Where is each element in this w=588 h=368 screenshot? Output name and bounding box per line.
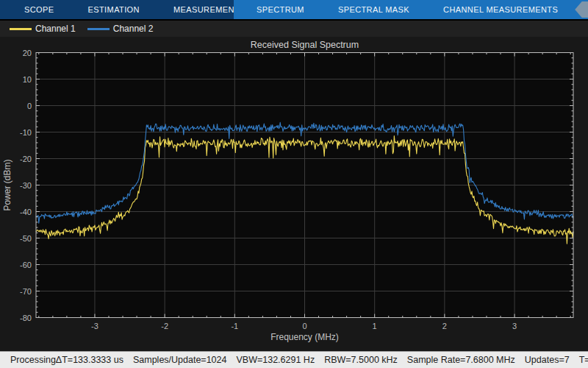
y-tick-label: 10: [23, 75, 32, 84]
status-metric: Sample Rate=7.6800 MHz: [407, 355, 515, 365]
x-tick-label: -3: [91, 322, 98, 330]
y-tick-label: 20: [23, 49, 32, 57]
tab-spectral-mask[interactable]: SPECTRAL MASK: [321, 0, 426, 19]
status-bar: Processing ΔT=133.3333 usSamples/Update=…: [0, 351, 588, 368]
legend: Channel 1Channel 2: [0, 21, 588, 37]
status-metric: Samples/Update=1024: [133, 355, 227, 365]
legend-label: Channel 1: [35, 24, 76, 34]
x-tick-label: -2: [161, 322, 168, 330]
y-tick-label: -60: [20, 261, 32, 269]
tab-scope[interactable]: SCOPE: [7, 0, 71, 19]
y-tick-label: -20: [20, 155, 32, 163]
y-axis-label: Power (dBm): [2, 159, 12, 210]
y-tick-label: -80: [20, 314, 32, 322]
help-button[interactable]: ?: [575, 1, 588, 18]
y-tick-label: -50: [20, 234, 32, 243]
tab-group-highlighted: SPECTRUMSPECTRAL MASKCHANNEL MEASUREMENT…: [234, 0, 588, 19]
x-tick-label: 2: [442, 322, 447, 330]
status-metric: ΔT=133.3333 us: [56, 355, 123, 365]
x-tick-label: 3: [512, 322, 517, 330]
x-tick-label: 0: [302, 322, 306, 330]
tab-spectrum[interactable]: CHANNEL MEASUREMENTS: [426, 0, 575, 19]
legend-label: Channel 2: [113, 24, 154, 34]
y-tick-label: -10: [20, 128, 32, 137]
y-tick-label: -70: [20, 287, 32, 296]
y-tick-label: -30: [20, 181, 32, 190]
status-metrics: ΔT=133.3333 usSamples/Update=1024VBW=132…: [56, 355, 588, 365]
spectrum-plot: -3-2-1012320100-10-20-30-40-50-60-70-80F…: [0, 37, 588, 351]
tab-group-main: SCOPEESTIMATIONMEASUREMENTS: [0, 0, 234, 19]
x-tick-label: 1: [373, 322, 377, 330]
x-tick-label: -1: [231, 322, 238, 330]
status-metric: VBW=132.6291 Hz: [236, 355, 315, 365]
legend-swatch: [10, 28, 32, 30]
status-metric: T=0.0010: [579, 355, 588, 365]
y-tick-label: 0: [27, 102, 32, 110]
tab-channel-measurements[interactable]: SPECTRUM: [240, 0, 321, 19]
status-metric: Updates=7: [525, 355, 570, 365]
toolbar: SCOPEESTIMATIONMEASUREMENTS SPECTRUMSPEC…: [0, 0, 588, 21]
figure-area: Received Signal Spectrum -3-2-1012320100…: [0, 37, 588, 351]
status-state: Processing: [10, 355, 56, 365]
x-axis-label: Frequency (MHz): [270, 332, 339, 342]
y-tick-label: -40: [20, 208, 32, 216]
legend-item-channel-1[interactable]: Channel 1: [10, 24, 76, 34]
status-metric: RBW=7.5000 kHz: [324, 355, 398, 365]
legend-swatch: [87, 28, 110, 30]
tab-estimation[interactable]: ESTIMATION: [71, 0, 157, 19]
legend-item-channel-2[interactable]: Channel 2: [87, 24, 154, 34]
spectrum-analyzer-window: SCOPEESTIMATIONMEASUREMENTS SPECTRUMSPEC…: [0, 0, 588, 368]
